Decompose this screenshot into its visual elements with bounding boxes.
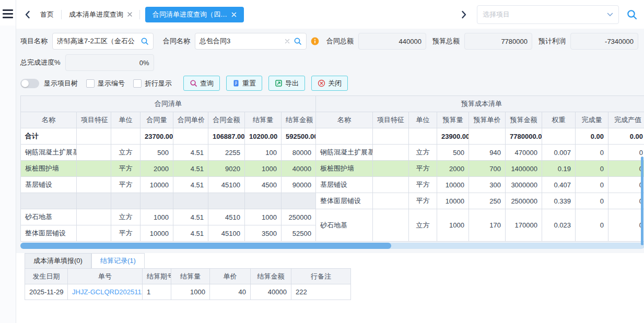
- cell[interactable]: 250: [469, 193, 506, 209]
- tab-home[interactable]: 首页: [33, 7, 61, 22]
- cell[interactable]: 0: [608, 209, 644, 242]
- cell[interactable]: 7780000.0: [506, 128, 542, 145]
- cell[interactable]: 4.51: [173, 209, 208, 225]
- cell[interactable]: 钢筋混凝土扩展基: [21, 145, 77, 161]
- horizontal-scrollbar-thumb[interactable]: [20, 243, 391, 249]
- cell[interactable]: 52500: [282, 225, 316, 242]
- cell[interactable]: 0.407: [542, 177, 576, 193]
- empty-cell[interactable]: [111, 193, 140, 209]
- cell[interactable]: 砂石地基: [21, 209, 77, 225]
- vertical-scrollbar-thumb[interactable]: [641, 157, 643, 245]
- col-header[interactable]: 单价: [210, 269, 251, 284]
- contract-name-input[interactable]: 总包合同3: [195, 33, 307, 50]
- cell[interactable]: 80000: [282, 145, 316, 161]
- cell[interactable]: 0: [576, 145, 608, 161]
- cell[interactable]: 45100: [208, 177, 245, 193]
- col-header[interactable]: 完成量: [576, 112, 608, 128]
- cell[interactable]: 4.51: [173, 225, 208, 242]
- cell[interactable]: 平方: [111, 161, 140, 177]
- cell[interactable]: 250000: [282, 209, 316, 225]
- cell[interactable]: 9020: [208, 161, 245, 177]
- cell-doc-no[interactable]: JHJZ-GCLQRD20251129: [68, 284, 143, 300]
- cell[interactable]: 10200.00: [245, 128, 282, 145]
- show-code-checkbox[interactable]: 显示编号: [86, 79, 125, 88]
- col-header[interactable]: 预算金额: [506, 112, 542, 128]
- cell[interactable]: [77, 128, 111, 145]
- clear-icon[interactable]: [285, 39, 290, 44]
- col-header[interactable]: 权重: [542, 112, 576, 128]
- cell[interactable]: 10000: [140, 225, 173, 242]
- cell[interactable]: [77, 209, 111, 225]
- col-header[interactable]: 名称: [316, 112, 373, 128]
- cell[interactable]: [77, 161, 111, 177]
- empty-cell[interactable]: [140, 193, 173, 209]
- cell[interactable]: 立方: [111, 209, 140, 225]
- query-button[interactable]: 查询: [183, 76, 220, 91]
- cell[interactable]: 4.51: [173, 177, 208, 193]
- cell[interactable]: 平方: [409, 161, 437, 177]
- cell[interactable]: [469, 128, 506, 145]
- cell[interactable]: 平方: [409, 177, 437, 193]
- cell[interactable]: 2000: [437, 161, 469, 177]
- cell[interactable]: 106887.00: [208, 128, 245, 145]
- cell[interactable]: 90000: [282, 177, 316, 193]
- cell[interactable]: 立方: [409, 145, 437, 161]
- col-header[interactable]: 单位: [111, 112, 140, 128]
- empty-cell[interactable]: [21, 193, 77, 209]
- cell[interactable]: 0.023: [542, 209, 576, 242]
- cell[interactable]: 钢筋混凝土扩展基: [316, 145, 373, 161]
- cell[interactable]: 0: [608, 193, 644, 209]
- cell[interactable]: 940: [469, 145, 506, 161]
- col-header[interactable]: 结算金额: [282, 112, 316, 128]
- col-header[interactable]: 结算期号: [143, 269, 171, 284]
- col-header[interactable]: 预算单价: [469, 112, 506, 128]
- cell[interactable]: 3500: [245, 225, 282, 242]
- cell[interactable]: 23900.00: [437, 128, 469, 145]
- col-header[interactable]: 结算量: [245, 112, 282, 128]
- col-header[interactable]: 结算量: [171, 269, 210, 284]
- search-icon[interactable]: [140, 37, 149, 45]
- cell-remark[interactable]: 222: [291, 284, 351, 300]
- cell[interactable]: [111, 128, 140, 145]
- cell[interactable]: 1000: [140, 209, 173, 225]
- cell[interactable]: 4.51: [173, 161, 208, 177]
- cell[interactable]: 0: [576, 209, 608, 242]
- cell[interactable]: 0: [608, 177, 644, 193]
- cell[interactable]: [373, 145, 409, 161]
- tab-settlement-records[interactable]: 结算记录(1): [91, 253, 145, 268]
- doc-no-link[interactable]: JHJZ-GCLQRD20251129: [72, 288, 143, 296]
- cell[interactable]: 10000: [437, 177, 469, 193]
- col-header[interactable]: 项目特征: [77, 112, 111, 128]
- col-header[interactable]: 预算量: [437, 112, 469, 128]
- cell[interactable]: [409, 128, 437, 145]
- cell[interactable]: 整体面层铺设: [316, 193, 373, 209]
- hamburger-menu-icon[interactable]: [3, 9, 13, 18]
- cell[interactable]: 1000: [437, 209, 469, 242]
- cell[interactable]: [373, 193, 409, 209]
- col-header[interactable]: 单号: [68, 269, 143, 284]
- cell[interactable]: [373, 161, 409, 177]
- tab-cost-list-progress[interactable]: 成本清单进度查询: [62, 7, 139, 22]
- cell[interactable]: 0: [608, 145, 644, 161]
- cell[interactable]: 4500: [245, 177, 282, 193]
- tab-contract-list-progress[interactable]: 合同清单进度查询（四…: [145, 7, 244, 22]
- col-header[interactable]: 合同金额: [208, 112, 245, 128]
- tab-close-icon[interactable]: [231, 12, 237, 17]
- cell[interactable]: 立方: [409, 209, 437, 242]
- cell[interactable]: [542, 128, 576, 145]
- search-icon[interactable]: [294, 37, 302, 45]
- cell[interactable]: 0: [576, 161, 608, 177]
- cell[interactable]: [77, 225, 111, 242]
- col-header[interactable]: 合同量: [140, 112, 173, 128]
- horizontal-scrollbar[interactable]: [20, 243, 644, 249]
- cell[interactable]: 立方: [111, 145, 140, 161]
- cell[interactable]: 0: [576, 193, 608, 209]
- global-search-icon[interactable]: [626, 9, 638, 20]
- cell[interactable]: 砂石地基: [316, 209, 373, 242]
- cell-qty[interactable]: 1000: [171, 284, 210, 300]
- project-select[interactable]: 选择项目: [477, 5, 619, 24]
- cell[interactable]: 1000: [245, 209, 282, 225]
- col-header[interactable]: 合同单价: [173, 112, 208, 128]
- show-project-tree-toggle[interactable]: [20, 79, 39, 88]
- cell[interactable]: 700: [469, 161, 506, 177]
